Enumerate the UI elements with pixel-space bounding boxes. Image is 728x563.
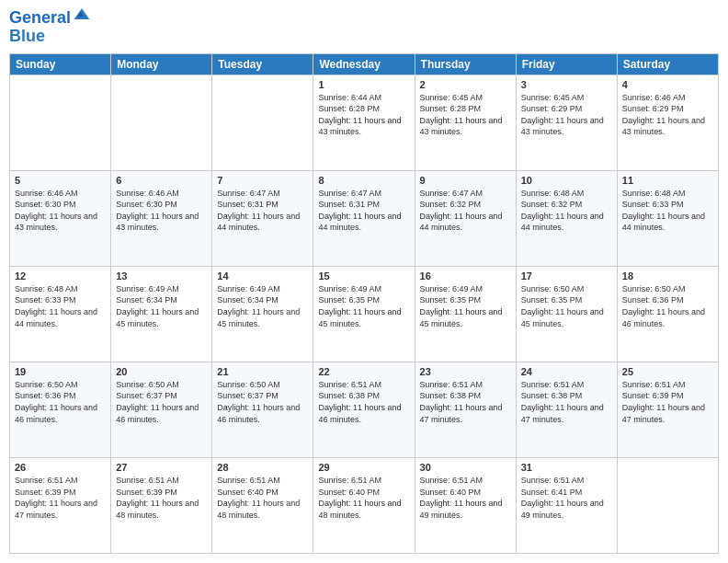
day-cell: 14Sunrise: 6:49 AM Sunset: 6:34 PM Dayli…	[212, 266, 313, 362]
day-number: 15	[318, 270, 409, 282]
day-cell: 10Sunrise: 6:48 AM Sunset: 6:32 PM Dayli…	[516, 170, 617, 266]
day-info: Sunrise: 6:50 AM Sunset: 6:36 PM Dayligh…	[622, 283, 713, 329]
day-info: Sunrise: 6:51 AM Sunset: 6:39 PM Dayligh…	[116, 475, 207, 521]
day-cell: 31Sunrise: 6:51 AM Sunset: 6:41 PM Dayli…	[516, 457, 617, 553]
day-number: 2	[420, 79, 511, 90]
day-info: Sunrise: 6:46 AM Sunset: 6:30 PM Dayligh…	[15, 188, 106, 234]
day-number: 12	[15, 270, 106, 282]
day-number: 1	[318, 79, 409, 90]
day-number: 23	[420, 366, 511, 377]
weekday-friday: Friday	[516, 53, 617, 75]
day-number: 28	[217, 462, 308, 473]
week-row-3: 19Sunrise: 6:50 AM Sunset: 6:36 PM Dayli…	[10, 362, 719, 457]
day-number: 8	[318, 175, 409, 186]
day-number: 4	[622, 79, 713, 90]
day-cell: 22Sunrise: 6:51 AM Sunset: 6:38 PM Dayli…	[313, 362, 415, 457]
day-cell: 23Sunrise: 6:51 AM Sunset: 6:38 PM Dayli…	[415, 362, 516, 457]
day-info: Sunrise: 6:46 AM Sunset: 6:29 PM Dayligh…	[622, 92, 713, 138]
day-number: 3	[521, 79, 612, 90]
day-cell	[111, 75, 212, 170]
day-info: Sunrise: 6:46 AM Sunset: 6:30 PM Dayligh…	[116, 188, 207, 234]
day-number: 7	[217, 175, 308, 186]
day-cell: 12Sunrise: 6:48 AM Sunset: 6:33 PM Dayli…	[10, 266, 111, 362]
day-number: 26	[15, 462, 106, 473]
day-info: Sunrise: 6:44 AM Sunset: 6:28 PM Dayligh…	[318, 92, 409, 138]
day-cell	[617, 457, 718, 553]
day-info: Sunrise: 6:51 AM Sunset: 6:38 PM Dayligh…	[521, 379, 612, 425]
day-cell: 9Sunrise: 6:47 AM Sunset: 6:32 PM Daylig…	[415, 170, 516, 266]
day-cell: 4Sunrise: 6:46 AM Sunset: 6:29 PM Daylig…	[617, 75, 718, 170]
weekday-thursday: Thursday	[415, 53, 516, 75]
page: General Blue SundayMondayTuesdayWednesda…	[0, 0, 728, 563]
day-info: Sunrise: 6:47 AM Sunset: 6:31 PM Dayligh…	[318, 188, 409, 234]
weekday-wednesday: Wednesday	[313, 53, 415, 75]
day-cell: 11Sunrise: 6:48 AM Sunset: 6:33 PM Dayli…	[617, 170, 718, 266]
day-cell: 6Sunrise: 6:46 AM Sunset: 6:30 PM Daylig…	[111, 170, 212, 266]
header: General Blue	[9, 9, 719, 46]
week-row-4: 26Sunrise: 6:51 AM Sunset: 6:39 PM Dayli…	[10, 457, 719, 553]
day-number: 16	[420, 270, 511, 282]
day-cell: 7Sunrise: 6:47 AM Sunset: 6:31 PM Daylig…	[212, 170, 313, 266]
day-cell: 30Sunrise: 6:51 AM Sunset: 6:40 PM Dayli…	[415, 457, 516, 553]
day-info: Sunrise: 6:51 AM Sunset: 6:39 PM Dayligh…	[15, 475, 106, 521]
day-number: 6	[116, 175, 207, 186]
day-number: 22	[318, 366, 409, 377]
day-number: 21	[217, 366, 308, 377]
logo-blue: Blue	[9, 28, 91, 46]
day-info: Sunrise: 6:50 AM Sunset: 6:37 PM Dayligh…	[116, 379, 207, 425]
day-info: Sunrise: 6:51 AM Sunset: 6:38 PM Dayligh…	[420, 379, 511, 425]
logo: General Blue	[9, 9, 91, 46]
day-info: Sunrise: 6:50 AM Sunset: 6:37 PM Dayligh…	[217, 379, 308, 425]
day-info: Sunrise: 6:45 AM Sunset: 6:29 PM Dayligh…	[521, 92, 612, 138]
day-cell: 16Sunrise: 6:49 AM Sunset: 6:35 PM Dayli…	[415, 266, 516, 362]
day-number: 25	[622, 366, 713, 377]
day-number: 29	[318, 462, 409, 473]
week-row-0: 1Sunrise: 6:44 AM Sunset: 6:28 PM Daylig…	[10, 75, 719, 170]
day-cell: 8Sunrise: 6:47 AM Sunset: 6:31 PM Daylig…	[313, 170, 415, 266]
day-info: Sunrise: 6:48 AM Sunset: 6:32 PM Dayligh…	[521, 188, 612, 234]
day-number: 24	[521, 366, 612, 377]
day-cell: 24Sunrise: 6:51 AM Sunset: 6:38 PM Dayli…	[516, 362, 617, 457]
day-cell	[10, 75, 111, 170]
day-number: 14	[217, 270, 308, 282]
day-info: Sunrise: 6:48 AM Sunset: 6:33 PM Dayligh…	[15, 283, 106, 329]
day-cell: 3Sunrise: 6:45 AM Sunset: 6:29 PM Daylig…	[516, 75, 617, 170]
day-cell: 18Sunrise: 6:50 AM Sunset: 6:36 PM Dayli…	[617, 266, 718, 362]
day-cell: 2Sunrise: 6:45 AM Sunset: 6:28 PM Daylig…	[415, 75, 516, 170]
day-number: 11	[622, 175, 713, 186]
day-info: Sunrise: 6:48 AM Sunset: 6:33 PM Dayligh…	[622, 188, 713, 234]
day-cell: 13Sunrise: 6:49 AM Sunset: 6:34 PM Dayli…	[111, 266, 212, 362]
day-info: Sunrise: 6:49 AM Sunset: 6:35 PM Dayligh…	[420, 283, 511, 329]
day-cell: 28Sunrise: 6:51 AM Sunset: 6:40 PM Dayli…	[212, 457, 313, 553]
day-info: Sunrise: 6:49 AM Sunset: 6:34 PM Dayligh…	[116, 283, 207, 329]
day-number: 10	[521, 175, 612, 186]
day-info: Sunrise: 6:47 AM Sunset: 6:32 PM Dayligh…	[420, 188, 511, 234]
day-number: 9	[420, 175, 511, 186]
weekday-saturday: Saturday	[617, 53, 718, 75]
day-number: 13	[116, 270, 207, 282]
weekday-monday: Monday	[111, 53, 212, 75]
day-number: 18	[622, 270, 713, 282]
day-cell: 25Sunrise: 6:51 AM Sunset: 6:39 PM Dayli…	[617, 362, 718, 457]
day-cell: 27Sunrise: 6:51 AM Sunset: 6:39 PM Dayli…	[111, 457, 212, 553]
day-info: Sunrise: 6:51 AM Sunset: 6:40 PM Dayligh…	[420, 475, 511, 521]
day-info: Sunrise: 6:49 AM Sunset: 6:35 PM Dayligh…	[318, 283, 409, 329]
day-info: Sunrise: 6:51 AM Sunset: 6:41 PM Dayligh…	[521, 475, 612, 521]
day-cell: 5Sunrise: 6:46 AM Sunset: 6:30 PM Daylig…	[10, 170, 111, 266]
day-number: 20	[116, 366, 207, 377]
day-cell: 21Sunrise: 6:50 AM Sunset: 6:37 PM Dayli…	[212, 362, 313, 457]
day-info: Sunrise: 6:50 AM Sunset: 6:36 PM Dayligh…	[15, 379, 106, 425]
weekday-sunday: Sunday	[10, 53, 111, 75]
day-cell	[212, 75, 313, 170]
day-number: 30	[420, 462, 511, 473]
day-info: Sunrise: 6:51 AM Sunset: 6:40 PM Dayligh…	[217, 475, 308, 521]
day-info: Sunrise: 6:50 AM Sunset: 6:35 PM Dayligh…	[521, 283, 612, 329]
calendar: SundayMondayTuesdayWednesdayThursdayFrid…	[9, 53, 719, 554]
day-info: Sunrise: 6:47 AM Sunset: 6:31 PM Dayligh…	[217, 188, 308, 234]
day-info: Sunrise: 6:51 AM Sunset: 6:39 PM Dayligh…	[622, 379, 713, 425]
day-number: 19	[15, 366, 106, 377]
day-cell: 15Sunrise: 6:49 AM Sunset: 6:35 PM Dayli…	[313, 266, 415, 362]
week-row-2: 12Sunrise: 6:48 AM Sunset: 6:33 PM Dayli…	[10, 266, 719, 362]
day-info: Sunrise: 6:45 AM Sunset: 6:28 PM Dayligh…	[420, 92, 511, 138]
day-info: Sunrise: 6:51 AM Sunset: 6:40 PM Dayligh…	[318, 475, 409, 521]
